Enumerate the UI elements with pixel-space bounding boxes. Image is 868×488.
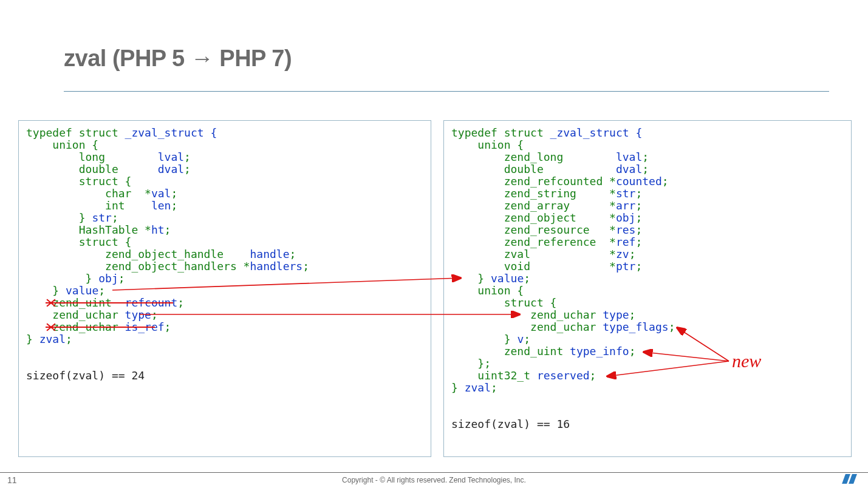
code-php5: typedef struct _zval_struct { union { lo…: [18, 120, 431, 457]
code-token: ;: [524, 333, 530, 345]
code-token: ;: [491, 381, 497, 394]
code-token: str: [616, 187, 636, 200]
code-token: char *: [26, 187, 151, 200]
code-token: ;: [635, 211, 642, 224]
code-token: zend_refcounted *: [451, 175, 616, 188]
code-token: len: [151, 199, 171, 212]
code-token: ;: [66, 333, 72, 345]
code-token: ;: [629, 308, 636, 321]
code-token: ;: [151, 308, 158, 321]
strike-refcount: [46, 302, 173, 303]
code-token: zend_reference *: [451, 236, 616, 248]
code-token: ;: [635, 223, 642, 236]
code-token: ;: [302, 260, 309, 273]
zend-logo-icon: [842, 473, 857, 485]
title-rule: [64, 91, 829, 92]
code-token: zend_string *: [451, 187, 616, 200]
code-token: type: [603, 308, 629, 321]
code-token: zend_array *: [451, 199, 616, 212]
code-token: ;: [662, 175, 669, 188]
code-token: ;: [642, 163, 649, 175]
code-token: union {: [451, 284, 524, 297]
code-token: }: [451, 381, 465, 394]
code-token: }: [451, 333, 517, 345]
code-token: ;: [165, 223, 171, 236]
code-token: counted: [616, 175, 662, 188]
code-token: ;: [171, 199, 177, 212]
code-token: ht: [151, 223, 165, 236]
code-token: ;: [629, 345, 636, 358]
code-token: ptr: [616, 260, 636, 273]
code-token: ;: [112, 211, 118, 224]
code-token: dval: [158, 163, 184, 175]
code-token: }: [26, 333, 39, 345]
code-token: zend_uint: [451, 345, 570, 358]
code-token: zval *: [451, 248, 616, 260]
slide-title: zval (PHP 5 → PHP 7): [64, 46, 292, 72]
code-token: zend_object *: [451, 211, 616, 224]
code-token: handle: [250, 248, 289, 260]
code-token: }: [451, 272, 491, 285]
code-token: ;: [590, 369, 596, 382]
code-token: arr: [616, 199, 636, 212]
code-token: ;: [290, 248, 296, 260]
code-token: type: [125, 308, 151, 321]
code-token: long: [26, 151, 158, 163]
code-token: }: [26, 272, 98, 285]
code-token: value: [491, 272, 524, 285]
code-token: double: [26, 163, 158, 175]
code-token: ;: [635, 187, 642, 200]
code-token: v: [517, 333, 524, 345]
code-token: ;: [524, 272, 530, 285]
code-token: value: [66, 284, 98, 297]
code-token: zval: [39, 333, 66, 345]
code-token: ;: [184, 163, 191, 175]
code-token: double: [451, 163, 616, 175]
code-token: struct {: [451, 296, 556, 309]
code-token: HashTable *: [26, 223, 151, 236]
code-token: zend_uchar: [26, 308, 125, 321]
code-token: }: [26, 211, 92, 224]
code-token: str: [92, 211, 112, 224]
code-token: zend_uchar: [451, 320, 603, 333]
code-token: zend_uchar: [451, 308, 603, 321]
code-token: _zval_struct {: [125, 126, 217, 139]
code-token: struct {: [26, 175, 131, 188]
code-token: ;: [165, 320, 171, 333]
code-token: typedef struct: [26, 126, 125, 139]
slide: zval (PHP 5 → PHP 7) typedef struct _zva…: [0, 0, 868, 488]
code-token: type_flags: [603, 320, 668, 333]
code-token: union {: [26, 138, 98, 151]
code-token: res: [616, 223, 636, 236]
code-token: typedef struct: [451, 126, 550, 139]
code-token: zval: [465, 381, 491, 394]
code-token: ;: [184, 151, 191, 163]
code-token: handlers: [250, 260, 302, 273]
code-php7: typedef struct _zval_struct { union { ze…: [443, 120, 852, 457]
code-token: reserved: [537, 369, 590, 382]
code-token: zend_object_handle: [26, 248, 250, 260]
code-token: lval: [158, 151, 184, 163]
sizeof-note: sizeof(zval) == 24: [26, 369, 145, 382]
code-token: void *: [451, 260, 616, 273]
code-token: lval: [616, 151, 642, 163]
code-token: ;: [642, 151, 649, 163]
code-token: uint32_t: [451, 369, 537, 382]
code-token: val: [151, 187, 171, 200]
code-token: ;: [98, 284, 105, 297]
code-token: ;: [118, 272, 125, 285]
code-token: ;: [629, 248, 636, 260]
code-token: obj: [616, 211, 636, 224]
code-token: ;: [635, 260, 642, 273]
code-token: }: [26, 284, 66, 297]
code-token: };: [451, 357, 491, 370]
code-token: obj: [98, 272, 118, 285]
code-token: int: [26, 199, 151, 212]
strike-isref: [46, 327, 155, 328]
code-token: type_info: [570, 345, 629, 358]
code-token: zend_resource *: [451, 223, 616, 236]
footer-rule: [0, 472, 868, 473]
new-label: new: [732, 351, 761, 371]
code-token: _zval_struct {: [550, 126, 643, 139]
sizeof-note: sizeof(zval) == 16: [451, 418, 570, 430]
